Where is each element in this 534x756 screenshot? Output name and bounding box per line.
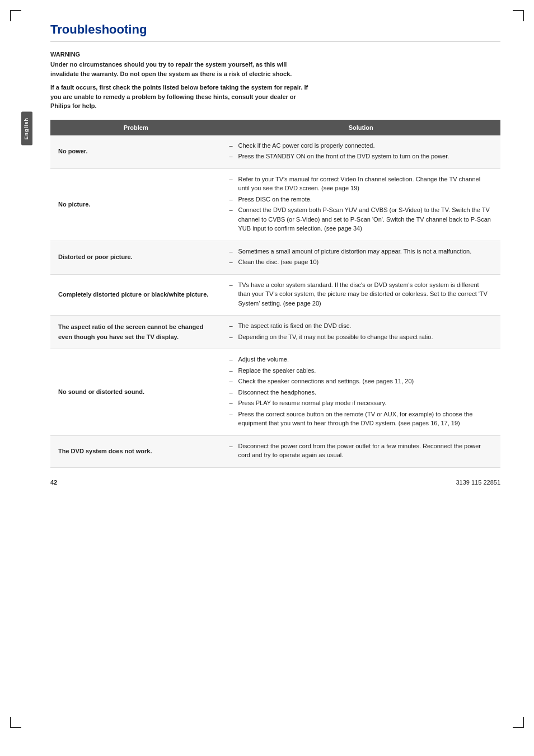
solution-item: Clean the disc. (see page 10): [229, 257, 493, 267]
corner-mark-br: [513, 717, 524, 728]
col-problem-header: Problem: [50, 120, 222, 135]
solution-item: Press the correct source button on the r…: [229, 410, 493, 428]
warning-body: Under no circumstances should you try to…: [50, 60, 500, 78]
solution-item: Check the speaker connections and settin…: [229, 377, 493, 386]
problem-cell: Completely distorted picture or black/wh…: [50, 274, 222, 316]
solution-item: Press the STANDBY ON on the front of the…: [229, 152, 493, 161]
solution-cell: Check if the AC power cord is properly c…: [222, 135, 500, 169]
sidebar-language-label: English: [21, 112, 32, 145]
table-row: The DVD system does not work.Disconnect …: [50, 435, 500, 467]
corner-mark-tl: [10, 10, 21, 21]
solution-item: TVs have a color system standard. If the…: [229, 280, 493, 308]
solution-item: Disconnect the headphones.: [229, 388, 493, 397]
solution-item: Replace the speaker cables.: [229, 366, 493, 375]
table-row: The aspect ratio of the screen cannot be…: [50, 316, 500, 349]
product-code: 3139 115 22851: [456, 479, 500, 486]
page-wrapper: English Troubleshooting WARNING Under no…: [0, 0, 534, 756]
solution-item: Depending on the TV, it may not be possi…: [229, 332, 493, 342]
solution-cell: TVs have a color system standard. If the…: [222, 274, 500, 316]
table-row: Completely distorted picture or black/wh…: [50, 274, 500, 316]
corner-mark-tr: [513, 10, 524, 21]
warning-label: WARNING: [50, 51, 500, 58]
solution-item: Check if the AC power cord is properly c…: [229, 141, 493, 151]
solution-cell: Disconnect the power cord from the power…: [222, 435, 500, 467]
warning-section: WARNING Under no circumstances should yo…: [50, 51, 500, 111]
problem-cell: No power.: [50, 135, 222, 169]
table-row: Distorted or poor picture.Sometimes a sm…: [50, 241, 500, 274]
solution-item: Connect the DVD system both P-Scan YUV a…: [229, 205, 493, 233]
problem-cell: The aspect ratio of the screen cannot be…: [50, 316, 222, 349]
solution-item: Disconnect the power cord from the power…: [229, 442, 493, 460]
solution-item: The aspect ratio is fixed on the DVD dis…: [229, 321, 493, 331]
solution-item: Adjust the volume.: [229, 355, 493, 364]
table-row: No picture.Refer to your TV's manual for…: [50, 168, 500, 241]
solution-cell: Adjust the volume.Replace the speaker ca…: [222, 349, 500, 436]
problem-cell: No picture.: [50, 168, 222, 241]
problem-cell: The DVD system does not work.: [50, 435, 222, 467]
page-title: Troubleshooting: [50, 22, 500, 42]
fault-text: If a fault occurs, first check the point…: [50, 83, 500, 111]
solution-cell: The aspect ratio is fixed on the DVD dis…: [222, 316, 500, 349]
problem-cell: Distorted or poor picture.: [50, 241, 222, 274]
col-solution-header: Solution: [222, 120, 500, 135]
table-row: No power.Check if the AC power cord is p…: [50, 135, 500, 169]
solution-item: Refer to your TV's manual for correct Vi…: [229, 175, 493, 193]
troubleshoot-table: Problem Solution No power.Check if the A…: [50, 120, 500, 468]
page-number: 42: [50, 479, 57, 486]
content-area: Troubleshooting WARNING Under no circums…: [50, 22, 500, 486]
solution-item: Press DISC on the remote.: [229, 195, 493, 204]
solution-item: Sometimes a small amount of picture dist…: [229, 247, 493, 256]
solution-cell: Sometimes a small amount of picture dist…: [222, 241, 500, 274]
solution-cell: Refer to your TV's manual for correct Vi…: [222, 168, 500, 241]
footer: 42 3139 115 22851: [50, 479, 500, 486]
table-row: No sound or distorted sound.Adjust the v…: [50, 349, 500, 436]
solution-item: Press PLAY to resume normal play mode if…: [229, 398, 493, 408]
problem-cell: No sound or distorted sound.: [50, 349, 222, 436]
corner-mark-bl: [10, 717, 21, 728]
